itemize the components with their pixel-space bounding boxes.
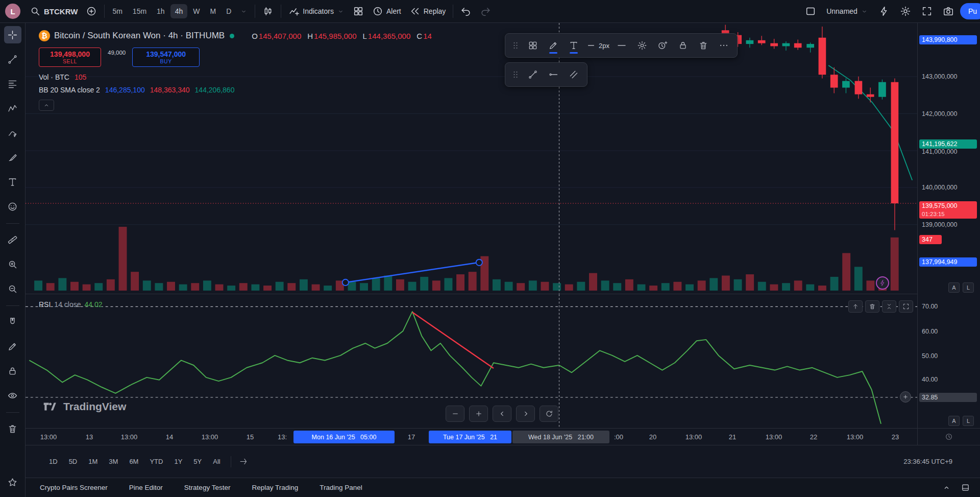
measure-tool[interactable] [4, 231, 21, 248]
panel-tab-crypto-pairs-screener[interactable]: Crypto Pairs Screener [33, 481, 115, 494]
zoom-in-tool[interactable] [4, 255, 21, 273]
volume-legend-row[interactable]: Vol · BTC 105 [39, 73, 432, 81]
paint-tool-button[interactable] [543, 35, 564, 56]
bb-legend-row[interactable]: BB 20 SMA close 2 146,285,100148,363,340… [39, 86, 432, 94]
publish-button[interactable]: Pu [960, 3, 980, 19]
trendline-handle[interactable] [342, 279, 349, 286]
brush-tool[interactable] [4, 149, 21, 166]
chart-settings-button[interactable] [896, 3, 915, 20]
text-style-button[interactable] [564, 35, 584, 56]
hide-drawings-tool[interactable] [4, 387, 21, 404]
replay-button[interactable]: Replay [405, 3, 450, 20]
interval-M[interactable]: M [205, 4, 220, 18]
pan-left-button[interactable] [493, 406, 511, 422]
indicator-templates-button[interactable] [349, 3, 368, 20]
zoom-out-tool[interactable] [4, 280, 21, 297]
rsi-auto-scale-button[interactable]: A [948, 416, 960, 426]
interval-5m[interactable]: 5m [108, 4, 127, 18]
interval-15m[interactable]: 15m [128, 4, 151, 18]
symbol-search-button[interactable]: BTCKRW [26, 3, 82, 20]
chart-style-button[interactable] [258, 3, 278, 20]
forecast-tool[interactable] [4, 124, 21, 141]
delete-pane-button[interactable] [865, 300, 879, 313]
panel-tab-pine-editor[interactable]: Pine Editor [122, 481, 170, 494]
favorites-star-button[interactable] [4, 474, 21, 491]
line-style-button[interactable] [611, 35, 632, 56]
undo-button[interactable] [456, 3, 476, 20]
interval-D[interactable]: D [222, 4, 236, 18]
alert-button[interactable]: Alert [368, 3, 405, 20]
drawing-templates-button[interactable] [523, 35, 543, 56]
auto-scale-button[interactable]: A [948, 282, 960, 293]
lock-drawings-tool[interactable] [4, 362, 21, 380]
zoom-in-button[interactable] [469, 406, 488, 422]
panel-tab-trading-panel[interactable]: Trading Panel [312, 481, 370, 494]
zoom-out-button[interactable] [446, 406, 464, 422]
collapse-pane-button[interactable] [882, 300, 896, 313]
remove-drawings-tool[interactable] [4, 420, 21, 437]
pan-right-button[interactable] [516, 406, 535, 422]
log-scale-button[interactable]: L [963, 282, 974, 293]
compare-symbol-button[interactable] [82, 3, 101, 20]
range-1m[interactable]: 1M [83, 455, 103, 468]
drawing-mode-tool[interactable] [4, 338, 21, 355]
range-1d[interactable]: 1D [44, 455, 63, 468]
range-6m[interactable]: 6M [124, 455, 143, 468]
horizontal-ray-button[interactable] [543, 64, 564, 85]
maximize-panel-button[interactable] [960, 482, 971, 493]
reset-view-button[interactable] [540, 406, 558, 422]
panel-tab-replay-trading[interactable]: Replay Trading [244, 481, 305, 494]
interval-W[interactable]: W [188, 4, 204, 18]
rsi-legend[interactable]: RSI 14 close 44.02 [39, 300, 103, 309]
trendline-handle[interactable] [476, 259, 482, 266]
indicators-button[interactable]: Indicators [284, 3, 349, 20]
drawing-settings-button[interactable] [632, 35, 652, 56]
go-to-date-button[interactable] [236, 455, 252, 468]
sell-button[interactable]: 139,498,000 SELL [39, 48, 101, 67]
crosshair-tool[interactable] [4, 26, 21, 43]
price-scale[interactable]: A L A L 143,990,800143,000,000142,000,00… [917, 23, 980, 445]
drawing-drag-handle-2[interactable] [508, 64, 523, 85]
legend-collapse-button[interactable] [39, 100, 54, 111]
interval-menu-button[interactable] [236, 5, 252, 18]
redo-button[interactable] [476, 3, 495, 20]
interval-1h[interactable]: 1h [152, 4, 169, 18]
layout-select-button[interactable] [801, 3, 820, 20]
magnet-tool[interactable] [4, 313, 21, 330]
line-width-button[interactable]: 2px [584, 35, 611, 56]
tradingview-logo[interactable]: TradingView [43, 400, 126, 413]
parallel-channel-button[interactable] [564, 64, 584, 85]
panel-tab-strategy-tester[interactable]: Strategy Tester [177, 481, 238, 494]
emoji-tool[interactable] [4, 198, 21, 215]
buy-button[interactable]: 139,547,000 BUY [132, 48, 200, 67]
more-options-button[interactable] [714, 35, 734, 56]
instant-trading-bubble[interactable] [876, 276, 889, 290]
drawing-alert-button[interactable] [652, 35, 673, 56]
text-tool[interactable] [4, 173, 21, 191]
lock-drawing-button[interactable] [673, 35, 693, 56]
maximize-pane-button[interactable] [899, 300, 913, 313]
snapshot-button[interactable] [939, 3, 958, 20]
range-all[interactable]: All [208, 455, 225, 468]
range-ytd[interactable]: YTD [144, 455, 168, 468]
layout-name-button[interactable]: Unnamed [822, 4, 872, 18]
move-pane-up-button[interactable] [848, 300, 863, 313]
trend-line-tool[interactable] [4, 51, 21, 68]
time-axis[interactable]: 13:001313:001413:001513:Mon 16 Jun '25 0… [26, 428, 917, 445]
open-panel-button[interactable] [941, 482, 952, 493]
user-avatar[interactable]: L [5, 4, 20, 19]
interval-4h[interactable]: 4h [170, 4, 188, 18]
add-alert-button[interactable] [900, 391, 911, 403]
delete-drawing-button[interactable] [693, 35, 714, 56]
session-clock[interactable]: 23:36:45 UTC+9 [903, 458, 952, 465]
range-1y[interactable]: 1Y [169, 455, 187, 468]
symbol-title[interactable]: Bitcoin / South Korean Won · 4h · BITHUM… [54, 31, 225, 41]
rsi-log-scale-button[interactable]: L [963, 416, 974, 426]
range-3m[interactable]: 3M [104, 455, 123, 468]
fib-retracement-tool[interactable] [4, 75, 21, 92]
axis-corner[interactable] [918, 428, 980, 445]
range-5y[interactable]: 5Y [188, 455, 207, 468]
drawing-drag-handle[interactable] [508, 35, 523, 56]
range-5d[interactable]: 5D [64, 455, 83, 468]
pattern-tool[interactable] [4, 100, 21, 117]
